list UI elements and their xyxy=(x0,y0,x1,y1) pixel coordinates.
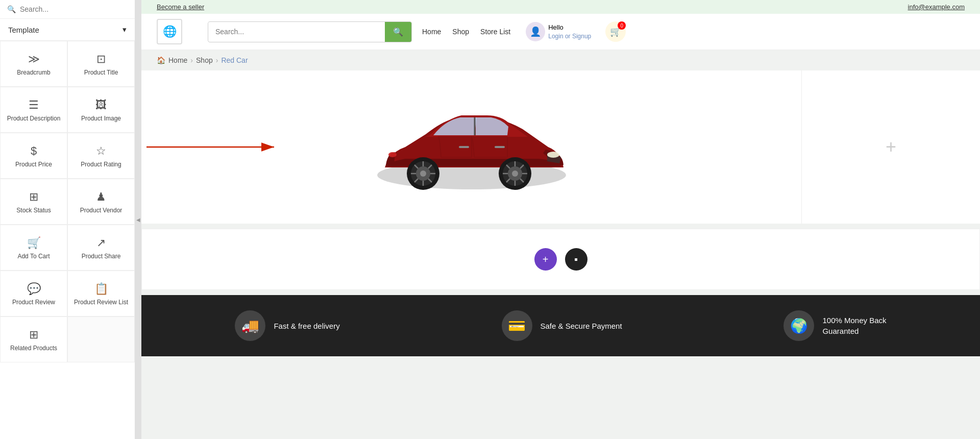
svg-point-5 xyxy=(388,152,397,157)
add-block-button[interactable]: + xyxy=(534,248,557,271)
sidebar-item-label: Product Price xyxy=(15,161,52,169)
svg-point-13 xyxy=(512,170,518,177)
chevron-down-icon: ▾ xyxy=(122,25,127,34)
moneyback-icon: 🌍 xyxy=(790,318,808,334)
svg-rect-31 xyxy=(495,146,505,148)
footer-moneyback-text: 100% Money BackGuaranted xyxy=(822,315,886,336)
sidebar-item-add-to-cart[interactable]: 🛒 Add To Cart xyxy=(0,225,67,271)
breadcrumb: 🏠 Home › Shop › Red Car xyxy=(141,50,980,70)
sidebar-item-label: Related Products xyxy=(10,345,57,353)
sidebar-item-product-price[interactable]: $ Product Price xyxy=(0,133,67,179)
globe-icon: 🌐 xyxy=(163,25,177,38)
add-to-cart-icon: 🛒 xyxy=(27,236,41,250)
avatar: 👤 xyxy=(526,22,545,41)
search-icon: 🔍 xyxy=(7,5,16,13)
nav-shop[interactable]: Shop xyxy=(452,28,469,36)
nav-home[interactable]: Home xyxy=(422,28,441,36)
header-search-bar[interactable]: 🔍 xyxy=(208,21,412,42)
sidebar-item-product-review[interactable]: 💬 Product Review xyxy=(0,271,67,316)
sidebar-item-label: Product Rating xyxy=(81,161,121,169)
stock-status-icon: ⊞ xyxy=(29,190,38,204)
sidebar-item-label: Stock Status xyxy=(16,207,51,215)
footer-item-moneyback: 🌍 100% Money BackGuaranted xyxy=(783,310,886,341)
empty-builder-section: + ▪ xyxy=(141,229,980,290)
logo-area: 🌐 xyxy=(157,19,198,44)
plus-icon: + xyxy=(886,136,896,158)
user-icon: 👤 xyxy=(530,26,541,37)
product-review-icon: 💬 xyxy=(27,282,41,296)
settings-icon: ▪ xyxy=(574,254,578,265)
product-title-icon: ⊡ xyxy=(96,53,106,66)
header-search-input[interactable] xyxy=(208,22,385,41)
nav-store-list[interactable]: Store List xyxy=(480,28,510,36)
product-image-section xyxy=(141,70,801,224)
sidebar-item-breadcrumb[interactable]: ≫ Breadcrumb xyxy=(0,41,67,87)
sidebar: 🔍 Template ▾ ≫ Breadcrumb ⊡ Product Titl… xyxy=(0,0,135,439)
breadcrumb-sep2: › xyxy=(216,56,218,64)
breadcrumb-icon: ≫ xyxy=(28,53,40,66)
sidebar-item-label: Product Review List xyxy=(74,299,128,307)
home-icon: 🏠 xyxy=(157,56,165,64)
product-image-icon: 🖼 xyxy=(95,99,107,112)
cart-badge: 0 xyxy=(618,21,626,30)
settings-button[interactable]: ▪ xyxy=(565,248,587,271)
sidebar-item-product-rating[interactable]: ☆ Product Rating xyxy=(67,133,135,179)
breadcrumb-sep1: › xyxy=(190,56,193,64)
main-content: Become a seller info@example.com 🌐 🔍 Hom… xyxy=(141,0,980,439)
delivery-icon: 🚚 xyxy=(241,318,259,334)
sidebar-item-label: Product Title xyxy=(84,69,118,77)
sidebar-item-product-share[interactable]: ↗ Product Share xyxy=(67,225,135,271)
sidebar-item-product-description[interactable]: ☰ Product Description xyxy=(0,87,67,133)
product-car-image xyxy=(364,86,579,208)
product-price-icon: $ xyxy=(31,144,37,158)
product-review-list-icon: 📋 xyxy=(94,282,108,296)
login-signup-link[interactable]: Login or Signup xyxy=(548,32,591,41)
svg-point-9 xyxy=(420,170,426,177)
sidebar-item-related-products[interactable]: ⊞ Related Products xyxy=(0,316,67,362)
product-share-icon: ↗ xyxy=(96,236,106,250)
footer-item-delivery: 🚚 Fast & free delivery xyxy=(235,310,339,341)
become-seller-link[interactable]: Become a seller xyxy=(157,3,204,11)
sidebar-grid: ≫ Breadcrumb ⊡ Product Title ☰ Product D… xyxy=(0,41,135,362)
sidebar-item-label: Product Vendor xyxy=(80,207,122,215)
info-email-link[interactable]: info@example.com xyxy=(908,3,965,11)
payment-icon: 💳 xyxy=(508,318,526,334)
template-label: Template xyxy=(8,26,39,34)
sidebar-item-label: Product Review xyxy=(12,299,55,307)
logo-globe: 🌐 xyxy=(157,19,182,44)
sidebar-item-label: Add To Cart xyxy=(17,253,50,261)
sidebar-item-empty xyxy=(67,316,135,362)
cart-button[interactable]: 🛒 0 xyxy=(605,21,626,42)
sidebar-item-product-review-list[interactable]: 📋 Product Review List xyxy=(67,271,135,316)
footer-payment-text: Safe & Secure Payment xyxy=(541,321,622,331)
sidebar-item-stock-status[interactable]: ⊞ Stock Status xyxy=(0,179,67,225)
sidebar-item-product-vendor[interactable]: ♟ Product Vendor xyxy=(67,179,135,225)
product-vendor-icon: ♟ xyxy=(96,190,106,204)
breadcrumb-shop[interactable]: Shop xyxy=(196,56,213,64)
sidebar-item-label: Breadcrumb xyxy=(17,69,50,77)
add-icon: + xyxy=(543,254,549,265)
sidebar-search-input[interactable] xyxy=(20,5,128,13)
template-header: Template ▾ xyxy=(0,19,135,41)
sidebar-item-product-image[interactable]: 🖼 Product Image xyxy=(67,87,135,133)
svg-point-4 xyxy=(547,152,559,158)
announcement-bar: Become a seller info@example.com xyxy=(141,0,980,14)
site-footer: 🚚 Fast & free delivery 💳 Safe & Secure P… xyxy=(141,295,980,356)
user-text: Hello Login or Signup xyxy=(548,23,591,41)
product-description-icon: ☰ xyxy=(29,99,39,112)
breadcrumb-home[interactable]: Home xyxy=(168,56,187,64)
user-hello: Hello xyxy=(548,23,591,32)
breadcrumb-current: Red Car xyxy=(221,56,248,64)
search-button[interactable]: 🔍 xyxy=(385,22,411,42)
sidebar-item-label: Product Share xyxy=(82,253,121,261)
sidebar-item-label: Product Description xyxy=(7,115,61,123)
product-area: + xyxy=(141,70,980,224)
search-icon: 🔍 xyxy=(393,28,403,36)
product-placeholder-section: + xyxy=(801,70,980,224)
moneyback-icon-circle: 🌍 xyxy=(783,310,814,341)
sidebar-search-bar[interactable]: 🔍 xyxy=(0,0,135,19)
sidebar-item-label: Product Image xyxy=(81,115,121,123)
sidebar-item-product-title[interactable]: ⊡ Product Title xyxy=(67,41,135,87)
sidebar-collapse-handle[interactable]: ◀ xyxy=(135,0,141,439)
related-products-icon: ⊞ xyxy=(29,328,38,342)
